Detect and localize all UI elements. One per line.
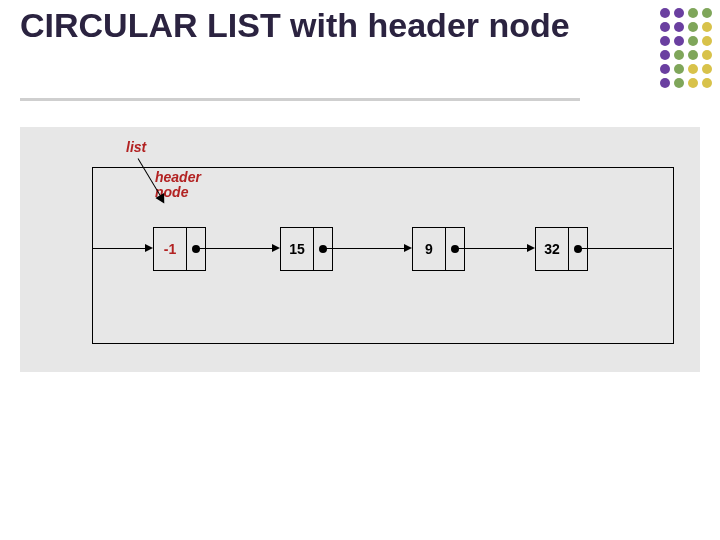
link-2-3 [457, 248, 527, 249]
node-2-pointer [446, 228, 464, 270]
slide: CIRCULAR LIST with header node list head… [0, 0, 720, 540]
label-list: list [126, 140, 146, 155]
node-3: 32 [535, 227, 588, 271]
node-2: 9 [412, 227, 465, 271]
dot-col-4 [702, 8, 712, 88]
dot-col-3 [688, 8, 698, 88]
dot-col-2 [674, 8, 684, 88]
node-3-value: 32 [536, 228, 569, 270]
node-1-value: 15 [281, 228, 314, 270]
link-1-2 [325, 248, 404, 249]
title-wrap: CIRCULAR LIST with header node [20, 6, 580, 45]
link-0-1-arrow [272, 244, 280, 252]
link-3-out [580, 248, 672, 249]
node-header: -1 [153, 227, 206, 271]
node-2-value: 9 [413, 228, 446, 270]
node-header-value: -1 [154, 228, 187, 270]
page-title: CIRCULAR LIST with header node [20, 6, 580, 45]
link-1-2-arrow [404, 244, 412, 252]
node-1: 15 [280, 227, 333, 271]
link-2-3-arrow [527, 244, 535, 252]
node-1-pointer [314, 228, 332, 270]
entry-arrow [145, 244, 153, 252]
diagram-panel: list header node -1 15 9 32 [20, 127, 700, 372]
link-0-1 [198, 248, 272, 249]
node-3-pointer [569, 228, 587, 270]
dot-col-1 [660, 8, 670, 88]
corner-dots [660, 8, 712, 88]
entry-line [93, 248, 145, 249]
node-header-pointer [187, 228, 205, 270]
title-underline [20, 98, 580, 101]
